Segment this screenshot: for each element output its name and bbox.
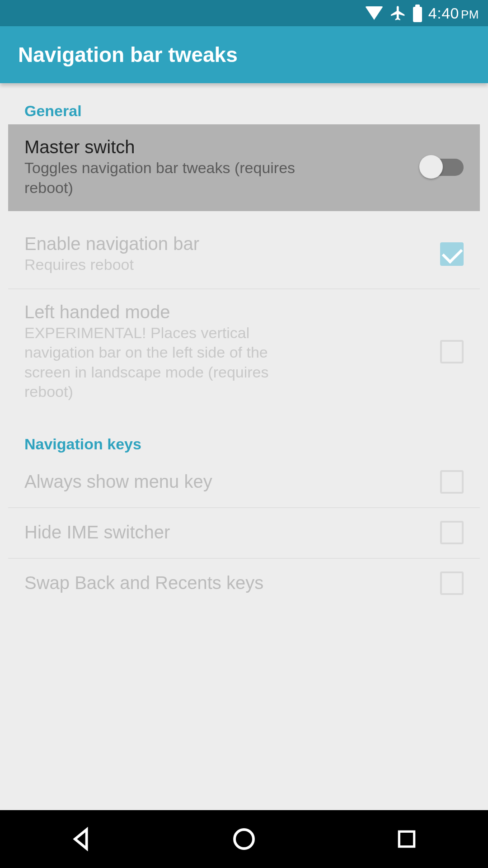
left-handed-checkbox[interactable]: [440, 340, 464, 363]
clock-time: 4:40: [428, 5, 459, 22]
left-handed-title: Left handed mode: [24, 302, 427, 322]
swap-back-row[interactable]: Swap Back and Recents keys: [8, 559, 480, 609]
master-switch-row[interactable]: Master switch Toggles navigation bar twe…: [8, 124, 480, 211]
battery-icon: [413, 7, 422, 22]
settings-list: General Master switch Toggles navigation…: [0, 83, 488, 609]
swap-back-checkbox[interactable]: [440, 571, 464, 595]
master-switch-subtitle: Toggles navigation bar tweaks (requires …: [24, 158, 314, 198]
enable-nav-text: Enable navigation bar Requires reboot: [24, 234, 440, 275]
hide-ime-title: Hide IME switcher: [24, 522, 427, 542]
show-menu-row[interactable]: Always show menu key: [8, 458, 480, 507]
enable-nav-checkbox[interactable]: [440, 242, 464, 266]
enable-nav-title: Enable navigation bar: [24, 234, 427, 254]
section-header-general: General: [8, 91, 480, 124]
left-handed-subtitle: EXPERIMENTAL! Places vertical navigation…: [24, 323, 314, 402]
svg-point-0: [235, 830, 253, 849]
swap-back-title: Swap Back and Recents keys: [24, 573, 427, 593]
enable-nav-row[interactable]: Enable navigation bar Requires reboot: [8, 221, 480, 288]
clock-ampm: PM: [461, 8, 479, 21]
page-title: Navigation bar tweaks: [18, 42, 238, 67]
toggle-knob: [419, 155, 443, 179]
hide-ime-checkbox[interactable]: [440, 521, 464, 544]
hide-ime-text: Hide IME switcher: [24, 522, 440, 542]
system-navigation-bar: [0, 810, 488, 868]
left-handed-text: Left handed mode EXPERIMENTAL! Places ve…: [24, 302, 440, 402]
show-menu-checkbox[interactable]: [440, 470, 464, 494]
section-header-navkeys: Navigation keys: [8, 425, 480, 458]
show-menu-text: Always show menu key: [24, 472, 440, 492]
status-time: 4:40PM: [428, 5, 479, 22]
master-switch-text: Master switch Toggles navigation bar twe…: [24, 137, 422, 198]
recents-button[interactable]: [389, 821, 425, 857]
app-bar: Navigation bar tweaks: [0, 26, 488, 83]
show-menu-title: Always show menu key: [24, 472, 427, 492]
enable-nav-subtitle: Requires reboot: [24, 255, 314, 275]
status-bar: 4:40PM: [0, 0, 488, 26]
master-switch-title: Master switch: [24, 137, 408, 157]
hide-ime-row[interactable]: Hide IME switcher: [8, 508, 480, 558]
back-button[interactable]: [63, 821, 99, 857]
airplane-mode-icon: [389, 5, 407, 22]
swap-back-text: Swap Back and Recents keys: [24, 573, 440, 593]
wifi-icon: [365, 6, 383, 20]
master-switch-toggle[interactable]: [422, 159, 464, 176]
left-handed-row[interactable]: Left handed mode EXPERIMENTAL! Places ve…: [8, 289, 480, 415]
home-button[interactable]: [226, 821, 262, 857]
svg-rect-1: [399, 831, 414, 846]
